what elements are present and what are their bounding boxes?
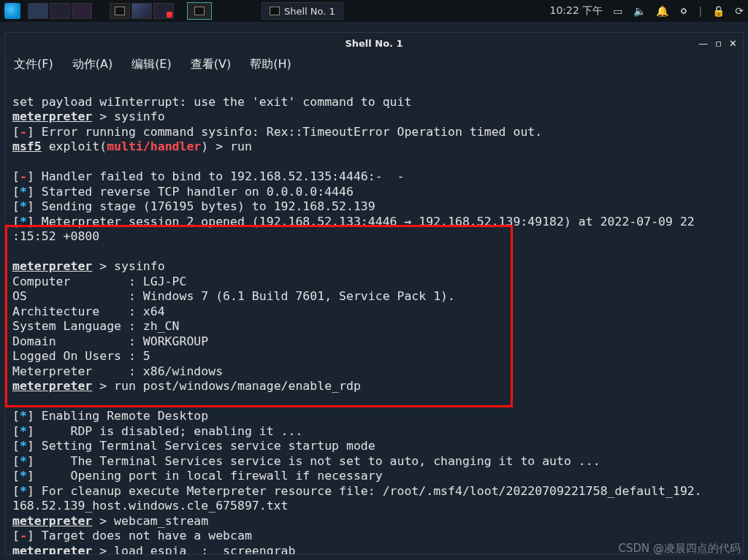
taskbar-active-term-icon[interactable] [187,2,212,20]
maximize-button[interactable]: ▫ [715,38,722,49]
menu-edit[interactable]: 编辑(E) [131,57,172,72]
close-button[interactable]: ✕ [729,38,737,49]
menu-file[interactable]: 文件(F) [14,57,53,72]
workspace-thumb[interactable] [72,3,92,19]
terminal-window: Shell No. 1 — ▫ ✕ 文件(F) 动作(A) 编辑(E) 查看(V… [4,32,744,555]
menu-action[interactable]: 动作(A) [72,57,112,72]
minimize-button[interactable]: — [698,38,708,49]
terminal-body[interactable]: set payload wiInterrupt: use the 'exit' … [5,75,743,554]
notification-icon[interactable]: 🔔 [656,5,668,17]
display-icon[interactable]: ▭ [613,5,622,17]
annotation-highlight-box [5,225,513,407]
kali-start-icon[interactable] [4,3,20,19]
lock-icon[interactable]: 🔒 [712,5,725,17]
quicklaunch [110,3,174,19]
power-icon[interactable]: ⭘ [679,5,689,17]
clock-text[interactable]: 10:22 下午 [550,4,603,18]
menu-view[interactable]: 查看(V) [191,57,231,72]
workspace-thumb[interactable] [28,3,48,19]
workspace-thumbnails [28,3,92,19]
taskbar-window-label: Shell No. 1 [284,6,335,17]
system-panel: Shell No. 1 10:22 下午 ▭ 🔈 🔔 ⭘ | 🔒 ⟳ [0,0,748,22]
volume-icon[interactable]: 🔈 [633,5,646,17]
quicklaunch-terminal[interactable] [110,3,130,19]
prompt-meterpreter: meterpreter [12,110,92,123]
quicklaunch-app[interactable] [131,3,152,19]
quicklaunch-app-red[interactable] [153,3,174,19]
prompt-msf5: msf5 [12,139,42,153]
window-title: Shell No. 1 [5,38,743,49]
term-line: set payload wiInterrupt: use the 'exit' … [12,95,411,109]
window-titlebar[interactable]: Shell No. 1 — ▫ ✕ [5,33,743,53]
terminal-icon [270,7,280,15]
menu-bar: 文件(F) 动作(A) 编辑(E) 查看(V) 帮助(H) [5,53,743,75]
system-tray: 10:22 下午 ▭ 🔈 🔔 ⭘ | 🔒 ⟳ [550,4,744,18]
taskbar-window-button[interactable]: Shell No. 1 [262,2,343,20]
refresh-icon[interactable]: ⟳ [735,5,744,17]
menu-help[interactable]: 帮助(H) [250,57,291,72]
workspace-thumb[interactable] [50,3,70,19]
